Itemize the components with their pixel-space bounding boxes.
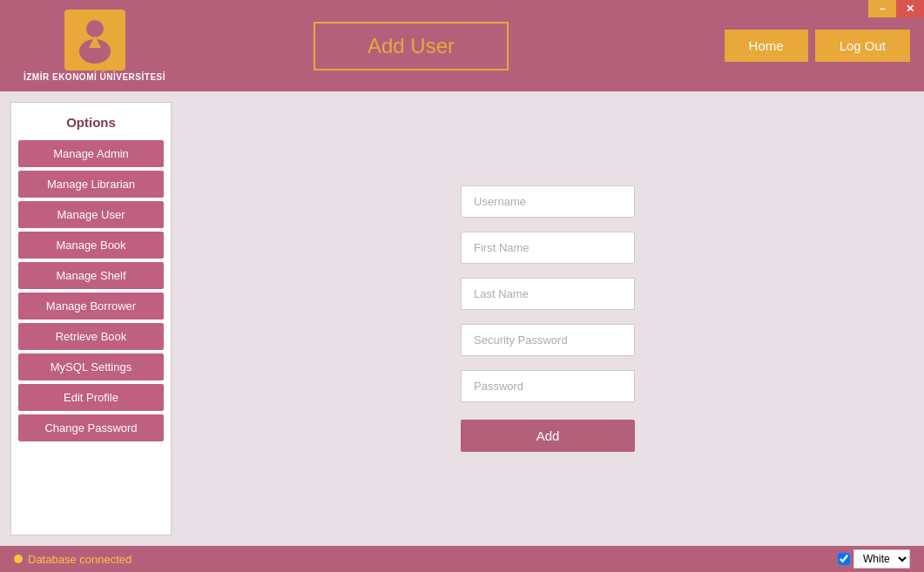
header-buttons: Home Log Out [725,30,910,62]
logout-button[interactable]: Log Out [815,30,910,62]
window-controls: − ✕ [868,0,924,17]
lastname-input[interactable] [461,278,635,310]
minimize-button[interactable]: − [868,0,896,17]
status-bar: Database connected White [0,546,924,572]
sidebar-title: Options [18,110,164,137]
theme-select[interactable]: White [853,549,910,569]
status-text: Database connected [14,553,132,566]
firstname-input[interactable] [461,232,635,264]
main-layout: Options Manage Admin Manage Librarian Ma… [0,91,924,546]
sidebar-item-manage-book[interactable]: Manage Book [18,232,164,259]
sidebar-item-retrieve-book[interactable]: Retrieve Book [18,323,164,350]
add-button[interactable]: Add [461,420,635,452]
sidebar-item-manage-admin[interactable]: Manage Admin [18,140,164,167]
sidebar: Options Manage Admin Manage Librarian Ma… [10,102,172,535]
sidebar-item-manage-librarian[interactable]: Manage Librarian [18,171,164,198]
close-button[interactable]: ✕ [896,0,924,17]
status-label: Database connected [28,553,132,566]
home-button[interactable]: Home [725,30,808,62]
header-title: Add User [368,34,455,57]
theme-selector: White [838,549,910,569]
header-title-box: Add User [314,22,509,71]
theme-checkbox[interactable] [838,553,850,565]
sidebar-item-edit-profile[interactable]: Edit Profile [18,384,164,411]
logo-area: İZMİR EKONOMİ ÜNİVERSİTESİ [14,10,175,82]
svg-point-1 [86,20,104,37]
username-input[interactable] [461,185,635,218]
security-password-input[interactable] [461,324,635,356]
sidebar-item-change-password[interactable]: Change Password [18,414,164,441]
sidebar-item-manage-borrower[interactable]: Manage Borrower [18,293,164,320]
sidebar-item-manage-user[interactable]: Manage User [18,201,164,228]
header: İZMİR EKONOMİ ÜNİVERSİTESİ Add User Home… [0,0,924,91]
password-input[interactable] [461,370,635,402]
university-logo [64,10,125,71]
sidebar-item-mysql-settings[interactable]: MySQL Settings [18,353,164,380]
sidebar-item-manage-shelf[interactable]: Manage Shelf [18,262,164,289]
content-area: Add [172,91,924,546]
university-name: İZMİR EKONOMİ ÜNİVERSİTESİ [24,72,165,82]
status-dot [14,555,23,563]
